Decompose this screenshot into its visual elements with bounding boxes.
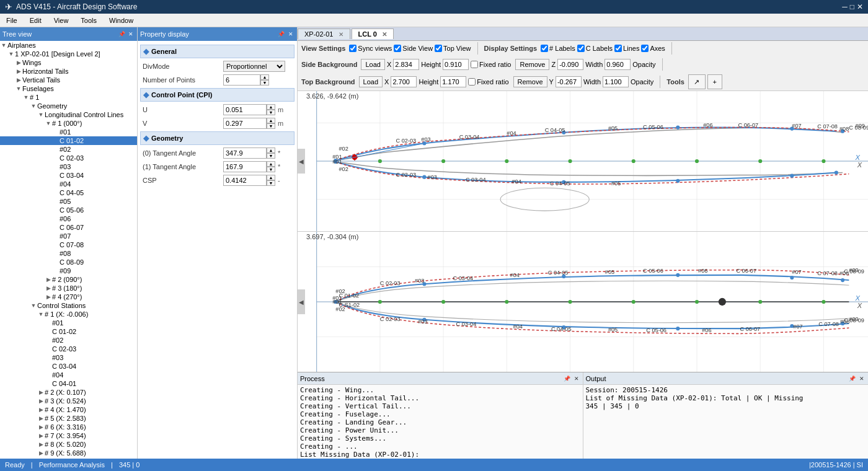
menu-file[interactable]: File <box>0 15 24 25</box>
top-bg-remove-button[interactable]: Remove <box>513 76 547 87</box>
expander-vtails[interactable]: ▶ <box>15 77 22 83</box>
side-bg-load-button[interactable]: Load <box>361 59 384 70</box>
menu-edit[interactable]: Edit <box>24 15 48 25</box>
tree-item-cs1pt04[interactable]: #04 <box>0 371 137 379</box>
side-bg-remove-button[interactable]: Remove <box>515 59 549 70</box>
expander-f1[interactable]: ▼ <box>22 94 30 100</box>
clabels-check[interactable] <box>577 45 585 52</box>
expander-ctrlstations[interactable]: ▼ <box>30 302 37 309</box>
axes-check[interactable] <box>641 45 649 52</box>
axes-cb[interactable]: Axes <box>641 45 665 52</box>
top-bg-load-button[interactable]: Load <box>359 76 383 87</box>
tree-item-cs1c0102[interactable]: C 01-02 <box>0 327 137 336</box>
lines-cb[interactable]: Lines <box>614 45 639 52</box>
tree-item-pt06[interactable]: #06 <box>0 214 137 223</box>
tree-item-station4[interactable]: ▶# 4 (270°) <box>0 293 137 301</box>
expander-cs4[interactable]: ▶ <box>37 407 45 413</box>
tree-item-c0203[interactable]: C 02-03 <box>0 154 137 162</box>
close-button[interactable]: ✕ <box>857 2 863 11</box>
tree-item-pt08[interactable]: #08 <box>0 249 137 258</box>
tree-item-cs1c0304[interactable]: C 03-04 <box>0 362 137 371</box>
top-bg-y-input[interactable] <box>556 76 582 87</box>
tangent0-up[interactable]: ▲ <box>267 147 275 153</box>
expander-xp0201[interactable]: ▼ <box>7 51 15 57</box>
property-close-button[interactable]: ✕ <box>287 31 294 37</box>
expander-htails[interactable]: ▶ <box>15 68 22 74</box>
top-collapse-arrow[interactable]: ◀ <box>298 149 305 174</box>
tree-item-c0304[interactable]: C 03-04 <box>0 171 137 180</box>
tree-pin-button[interactable]: 📌 <box>117 31 126 37</box>
tree-item-cs1pt03[interactable]: #03 <box>0 353 137 362</box>
menu-view[interactable]: View <box>48 15 75 25</box>
tree-item-xp0201[interactable]: ▼1 XP-02-01 [Design Level 2] <box>0 50 137 58</box>
expander-geometry[interactable]: ▼ <box>30 103 37 109</box>
tab-lcl0-close[interactable]: ✕ <box>382 31 387 38</box>
top-view-check[interactable] <box>435 45 442 52</box>
tree-item-pt02[interactable]: #02 <box>0 145 137 154</box>
expander-station4[interactable]: ▶ <box>45 294 52 300</box>
tangent1-up[interactable]: ▲ <box>267 161 275 167</box>
tangent0-input[interactable] <box>223 147 267 159</box>
tree-item-pt07[interactable]: #07 <box>0 232 137 240</box>
tree-item-cs7[interactable]: ▶# 7 (X: 3.954) <box>0 431 137 440</box>
divmode-select[interactable]: Proportionnel <box>223 61 285 72</box>
expander-airplanes[interactable]: ▼ <box>0 42 7 48</box>
lines-check[interactable] <box>614 45 622 52</box>
side-fixed-ratio-check[interactable] <box>471 61 478 68</box>
restore-button[interactable]: □ <box>850 2 854 11</box>
tree-item-c0809[interactable]: C 08-09 <box>0 258 137 266</box>
tree-item-cs1c0401[interactable]: C 04-01 <box>0 379 137 388</box>
tree-item-fuselages[interactable]: ▼Fuselages <box>0 84 137 93</box>
tree-item-c0607[interactable]: C 06-07 <box>0 223 137 232</box>
tree-item-pt03[interactable]: #03 <box>0 162 137 171</box>
menu-window[interactable]: Window <box>103 15 140 25</box>
expander-cs1[interactable]: ▼ <box>37 311 45 317</box>
tree-item-cs3[interactable]: ▶# 3 (X: 0.524) <box>0 397 137 405</box>
tree-item-cs8[interactable]: ▶# 8 (X: 5.020) <box>0 440 137 449</box>
bottom-canvas[interactable]: 3.697, -0.304 (m) ◀ X <box>298 232 868 372</box>
tree-item-cs6[interactable]: ▶# 6 (X: 3.316) <box>0 423 137 431</box>
bottom-collapse-arrow[interactable]: ◀ <box>298 289 305 314</box>
tree-item-f1[interactable]: ▼# 1 <box>0 93 137 102</box>
numpoints-input[interactable] <box>223 74 260 86</box>
tree-item-c0506[interactable]: C 05-06 <box>0 206 137 214</box>
v-up[interactable]: ▲ <box>267 118 275 123</box>
tab-xp0201-close[interactable]: ✕ <box>339 31 343 38</box>
expander-fuselages[interactable]: ▼ <box>15 86 22 92</box>
expander-cs9[interactable]: ▶ <box>37 450 45 456</box>
tree-item-pt09[interactable]: #09 <box>0 266 137 275</box>
tree-item-c0102[interactable]: C 01-02 <box>0 136 137 145</box>
top-bg-x-input[interactable] <box>391 76 417 87</box>
sync-views-check[interactable] <box>349 45 356 52</box>
output-pin-button[interactable]: 📌 <box>848 376 857 382</box>
tree-item-wings[interactable]: ▶Wings <box>0 58 137 67</box>
expander-cs6[interactable]: ▶ <box>37 424 45 430</box>
tool-extra-button[interactable]: + <box>707 74 722 89</box>
tree-item-vtails[interactable]: ▶Vertical Tails <box>0 76 137 84</box>
numpoints-down[interactable]: ▼ <box>260 80 269 86</box>
process-pin-button[interactable]: 📌 <box>562 376 572 382</box>
side-view-cb[interactable]: Side View <box>394 45 433 52</box>
process-close-button[interactable]: ✕ <box>573 376 580 382</box>
expander-cs7[interactable]: ▶ <box>37 433 45 439</box>
menu-tools[interactable]: Tools <box>74 15 103 25</box>
top-fixed-ratio-check[interactable] <box>468 78 476 86</box>
tree-item-pt05[interactable]: #05 <box>0 197 137 206</box>
minimize-button[interactable]: ─ <box>842 2 848 11</box>
tree-item-pt04[interactable]: #04 <box>0 180 137 188</box>
side-bg-height-input[interactable] <box>443 59 469 70</box>
expander-cs2[interactable]: ▶ <box>37 389 45 395</box>
side-bg-width-input[interactable] <box>604 59 631 70</box>
tree-item-ctrlstations[interactable]: ▼Control Stations <box>0 301 137 310</box>
v-input[interactable] <box>223 118 267 129</box>
expander-cs5[interactable]: ▶ <box>37 415 45 421</box>
expander-wings[interactable]: ▶ <box>15 59 22 66</box>
tree-item-cs4[interactable]: ▶# 4 (X: 1.470) <box>0 405 137 414</box>
tree-item-c0708[interactable]: C 07-08 <box>0 240 137 249</box>
tree-item-airplanes[interactable]: ▼Airplanes <box>0 41 137 50</box>
side-bg-z-input[interactable] <box>557 59 583 70</box>
tree-body[interactable]: ▼Airplanes▼1 XP-02-01 [Design Level 2]▶W… <box>0 41 137 459</box>
geometry-section-header[interactable]: ◆ Geometry <box>140 131 294 145</box>
expander-longctrl[interactable]: ▼ <box>37 112 45 118</box>
side-view-check[interactable] <box>394 45 401 52</box>
